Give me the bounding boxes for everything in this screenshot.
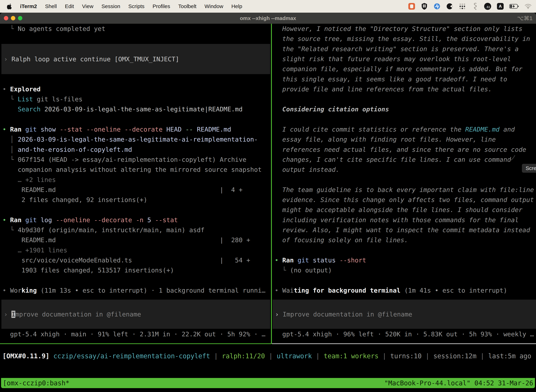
text-segment: cczip/essay/ai-reimplementation-copyleft — [49, 352, 210, 360]
terminal-row: │ 2026-03-09-is-legal-the-same-as-legiti… — [2, 134, 258, 145]
terminal-row: └ (no output) — [275, 265, 332, 275]
terminal-row: essay file, along with finding root file… — [275, 134, 496, 145]
wifi-icon[interactable] — [524, 3, 532, 10]
terminal-row: provide file and line references from th… — [275, 84, 492, 94]
text-segment: • — [2, 85, 10, 93]
menu-item-help[interactable]: Help — [231, 3, 242, 9]
text-segment: … +1901 lines — [2, 247, 67, 254]
terminal-row: src/voice/voiceModeEnabled.ts | 54 + — [2, 255, 250, 265]
chat-app-icon[interactable] — [408, 3, 415, 10]
terminal-row: │ and-the-erosion-of-copyleft.md — [2, 145, 132, 155]
terminal-row: evidence. Since this change only affects… — [275, 195, 534, 205]
text-segment: | — [476, 352, 488, 360]
terminal-row: the "Related research writing" section i… — [275, 44, 519, 54]
text-segment: slight risk that future readers may over… — [275, 55, 511, 62]
terminal-row: • Working (11m 13s • esc to interrupt) ·… — [2, 285, 266, 296]
terminal-row: └ List git ls-files — [2, 94, 82, 104]
terminal-row: of focusing solely on file lines. — [275, 235, 408, 245]
prompt-input-right[interactable]: › Improve documentation in @filename — [273, 300, 536, 329]
menu-item-shell[interactable]: Shell — [45, 3, 57, 9]
text-segment: README.md | 280 + — [2, 236, 250, 244]
terminal-pane-right[interactable]: However, I noticed the "Directory Struct… — [272, 24, 536, 343]
screenshot-tooltip: Scre — [522, 164, 536, 173]
text-segment: └ — [2, 25, 18, 32]
menu-item-edit[interactable]: Edit — [65, 3, 74, 9]
text-segment: turns:10 — [390, 352, 421, 360]
terminal-row: changes, I can't cite specific file line… — [275, 154, 511, 165]
tmux-session-label[interactable]: [omx-cczip0:bash* — [3, 379, 69, 387]
menu-item-view[interactable]: View — [82, 3, 93, 9]
menu-item-session[interactable]: Session — [101, 3, 120, 9]
terminal-row: 2 files changed, 92 insertions(+) — [2, 195, 147, 205]
text-segment: Wor — [10, 287, 21, 294]
text-segment: --stat — [60, 126, 82, 133]
text-segment: gpt-5.4 xhigh · 96% left · 520K in · 5.8… — [275, 331, 534, 338]
terminal-row: └ No agents completed yet — [2, 24, 105, 34]
text-segment: I — [11, 311, 15, 318]
text-segment: review. Also, I might want to inspect th… — [275, 226, 530, 233]
battery-charging-icon[interactable] — [509, 3, 519, 10]
text-segment — [90, 216, 94, 224]
text-segment: HEAD — [163, 126, 185, 133]
omx-status-bar: [OMX#0.11.9] cczip/essay/ai-reimplementa… — [2, 351, 531, 361]
terminal-row: output instead. — [275, 165, 340, 175]
menu-item-scripts[interactable]: Scripts — [128, 3, 144, 9]
menu-item-window[interactable]: Window — [205, 3, 223, 9]
text-segment: I could cite commit statistics or refere… — [275, 126, 465, 133]
text-segment: king — [21, 287, 37, 294]
text-segment: Ran — [10, 126, 21, 133]
text-segment: | — [210, 352, 222, 360]
prompt-input-left[interactable]: › Improve documentation in @filename — [1, 300, 270, 329]
text-segment: No agents completed yet — [18, 25, 105, 32]
text-segment — [121, 126, 124, 133]
text-segment: git — [21, 126, 37, 133]
dark-disc-icon[interactable] — [446, 3, 453, 10]
text-segment: │ — [2, 136, 18, 143]
window-title-bar[interactable]: omx --xhigh --madmax ⌥⌘1 — [0, 13, 536, 24]
menu-item-profiles[interactable]: Profiles — [153, 3, 170, 9]
menu-item-iterm2[interactable]: iTerm2 — [20, 3, 37, 9]
menubar-status-icons: ..61 A — [408, 3, 532, 10]
text-segment: ultrawork — [277, 352, 312, 360]
text-segment — [132, 216, 136, 224]
text-segment: git — [294, 257, 309, 264]
text-segment: --decorate — [94, 216, 132, 224]
text-segment: › — [4, 311, 11, 318]
text-segment: 4b9d30f (origin/main, instructkr/main, m… — [18, 226, 205, 233]
terminal-row: • Ran git status --short — [275, 255, 366, 265]
terminal-row: └ 067f154 (HEAD -> essay/ai-reimplementa… — [2, 154, 246, 165]
squiggle-icon[interactable] — [471, 3, 479, 10]
text-segment: Ran — [282, 257, 294, 264]
text-segment: status — [309, 257, 340, 264]
terminal-row: the source tree, missing the essay. Stil… — [275, 34, 530, 44]
text-segment: ting for background terminal — [294, 287, 400, 294]
terminal-row: README.md | 280 + — [2, 235, 250, 245]
text-segment: show — [37, 126, 60, 133]
pane-divider-vertical[interactable] — [271, 24, 272, 344]
boxed-a-icon[interactable]: A — [497, 3, 504, 10]
dots-grid-icon[interactable] — [459, 3, 466, 10]
text-segment: session:12m — [433, 352, 476, 360]
apple-menu-icon[interactable] — [7, 3, 12, 9]
text-segment: … +2 lines — [2, 176, 56, 183]
text-segment: The team guideline is to back every impo… — [275, 186, 534, 193]
text-segment: └ — [2, 96, 18, 103]
text-segment: | — [312, 352, 324, 360]
tmux-host-clock: "MacBook-Pro-44.local" 04:52 31-Mar-26 — [384, 379, 533, 387]
terminal-row: … +2 lines — [2, 175, 56, 185]
text-segment: › — [4, 56, 11, 63]
text-segment: › — [275, 311, 282, 318]
menu-item-toolbelt[interactable]: Toolbelt — [178, 3, 196, 9]
terminal-row: Search 2026-03-09-is-legal-the-same-as-l… — [2, 104, 243, 114]
text-segment: the "Related research writing" section i… — [275, 45, 519, 52]
text-segment: the source tree, missing the essay. Stil… — [275, 35, 530, 42]
blue-seal-icon[interactable] — [433, 3, 441, 10]
text-segment: of focusing solely on file lines. — [275, 236, 408, 244]
text-segment: mprove documentation in @filename — [15, 311, 141, 318]
pane-border-bottom-left — [0, 343, 271, 344]
shield-grid-icon[interactable] — [421, 3, 428, 10]
text-segment: --short — [340, 257, 366, 264]
text-segment: • — [275, 287, 282, 294]
badge-61-icon[interactable]: ..61 — [484, 3, 491, 10]
text-segment: git ls-files — [33, 96, 82, 103]
